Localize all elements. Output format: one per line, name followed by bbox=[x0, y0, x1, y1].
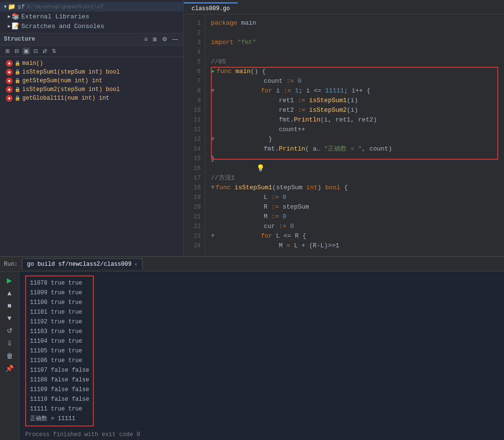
code-line-1: package main bbox=[211, 18, 498, 28]
run-scroll-to-end-btn[interactable]: ⇩ bbox=[6, 338, 14, 348]
scratch-icon: 📝 bbox=[12, 22, 19, 30]
func-label-isStepSum1: isStepSum1(stepSum int) bool bbox=[22, 69, 120, 76]
ln-21: 21 bbox=[184, 212, 201, 222]
output-line-1: 11099 true true bbox=[30, 288, 89, 298]
structure-toolbar: ≡ ≣ ⚙ — bbox=[143, 35, 179, 43]
run-pin-btn[interactable]: 📌 bbox=[4, 364, 15, 373]
tree-label-scratches: Scratches and Consoles bbox=[21, 23, 104, 30]
structure-title: Structure bbox=[4, 36, 35, 43]
struct-item-isStepSum1[interactable]: ● 🔒 isStepSum1(stepSum int) bool bbox=[0, 68, 183, 76]
struct-item-getGlobal111[interactable]: ● 🔒 getGlobal111(num int) int bbox=[0, 94, 183, 103]
ln-2: 2 bbox=[184, 28, 201, 38]
output-line-11: 11109 false false bbox=[30, 385, 89, 394]
ln-23: 23 bbox=[184, 231, 201, 241]
run-panel: ▶ ▲ ■ ▼ ↺ ⇩ 🗑 📌 11078 true true 11099 tr… bbox=[0, 272, 504, 440]
tree-label-sf: sf bbox=[17, 3, 25, 11]
ln-16: 16 bbox=[184, 164, 201, 173]
struct-item-isStepSum2[interactable]: ● 🔒 isStepSum2(stepSum int) bool bbox=[0, 85, 183, 94]
run-tab-close-icon[interactable]: ✕ bbox=[134, 261, 137, 267]
error-icon-main: ● bbox=[6, 60, 13, 67]
run-rerun-btn[interactable]: ↺ bbox=[6, 326, 14, 335]
arrow-right-icon: ▶ bbox=[8, 14, 11, 19]
output-line-13: 11111 true true bbox=[30, 404, 89, 414]
run-tabs: Run: go build sf/newclass2/class009 ✕ bbox=[0, 257, 504, 272]
run-down-btn[interactable]: ▼ bbox=[5, 313, 14, 323]
tree-item-scratches[interactable]: ▶ 📝 Scratches and Consoles bbox=[0, 21, 183, 31]
run-sidebar: ▶ ▲ ■ ▼ ↺ ⇩ 🗑 📌 bbox=[0, 272, 19, 440]
code-line-4 bbox=[211, 47, 498, 57]
structure-sort-type-btn[interactable]: ≣ bbox=[151, 35, 159, 43]
editor-area: class009.go 1 2 3 4 5 6 7 8 9 10 11 12 1… bbox=[184, 0, 504, 256]
lock-icon-isStepSum2: 🔒 bbox=[15, 87, 20, 92]
tree-label-external-lib: External Libraries bbox=[21, 13, 89, 20]
struct-expand-btn[interactable]: ⊞ bbox=[4, 47, 11, 55]
run-label: Run: bbox=[4, 261, 18, 268]
func-label-getStepSum: getStepSum(num int) int bbox=[22, 77, 103, 84]
func-label-getGlobal111: getGlobal111(num int) int bbox=[22, 95, 109, 102]
tree-item-external-libs[interactable]: ▶ 📚 External Libraries bbox=[0, 12, 183, 21]
struct-filter-btn[interactable]: ▣ bbox=[22, 47, 30, 55]
output-line-3: 11101 true true bbox=[30, 307, 89, 317]
structure-header: Structure ≡ ≣ ⚙ — bbox=[0, 33, 183, 46]
run-stop-btn[interactable]: ■ bbox=[6, 301, 12, 310]
lock-icon-isStepSum1: 🔒 bbox=[15, 69, 20, 75]
ln-4: 4 bbox=[184, 47, 201, 57]
process-finish-line: Process finished with exit code 0 bbox=[25, 430, 498, 440]
output-line-10: 11108 false false bbox=[30, 375, 89, 385]
struct-item-getStepSum[interactable]: ● 🔒 getStepSum(num int) int bbox=[0, 76, 183, 85]
structure-panel: Structure ≡ ≣ ⚙ — ⊞ ⊟ ▣ ⊡ ⇄ ⇅ ● 🔒 bbox=[0, 33, 183, 256]
output-line-12: 11110 false false bbox=[30, 394, 89, 404]
struct-scroll-btn[interactable]: ⇅ bbox=[50, 47, 58, 55]
structure-close-btn[interactable]: — bbox=[171, 35, 179, 43]
code-line-5: //05 bbox=[211, 57, 498, 67]
ln-20: 20 bbox=[184, 202, 201, 212]
ln-15: 15 bbox=[184, 154, 201, 164]
error-icon-isStepSum1: ● bbox=[6, 69, 13, 76]
structure-sort-alpha-btn[interactable]: ≡ bbox=[143, 35, 149, 43]
code-string-fmt: "fmt" bbox=[237, 38, 256, 47]
code-editor[interactable]: package main import "fmt" //05 ▶ func ma… bbox=[205, 15, 504, 256]
output-line-7: 11105 true true bbox=[30, 346, 89, 356]
output-line-5: 11103 true true bbox=[30, 327, 89, 336]
editor-tab-class009[interactable]: class009.go bbox=[184, 2, 238, 14]
error-icon-getGlobal111: ● bbox=[6, 95, 13, 102]
func-label-main: main() bbox=[22, 60, 43, 67]
lock-icon-getStepSum: 🔒 bbox=[15, 78, 20, 84]
ln-17: 17 bbox=[184, 173, 201, 183]
struct-locate-btn[interactable]: ⊡ bbox=[32, 47, 39, 55]
run-up-btn[interactable]: ▲ bbox=[5, 288, 14, 298]
code-line-17: //方法1 bbox=[211, 173, 498, 183]
ln-5: 5 bbox=[184, 57, 201, 67]
tree-item-sf[interactable]: ▼ 📁 sf D:\mysetup\gopath\src\sf bbox=[0, 2, 183, 12]
code-line-3: import "fmt" bbox=[211, 38, 498, 47]
ln-18: 18 bbox=[184, 183, 201, 193]
structure-content: ● 🔒 main() ● 🔒 isStepSum1(stepSum int) b… bbox=[0, 57, 183, 256]
struct-item-main[interactable]: ● 🔒 main() bbox=[0, 59, 183, 68]
structure-toolbar2: ⊞ ⊟ ▣ ⊡ ⇄ ⇅ bbox=[0, 46, 183, 57]
struct-sync-btn[interactable]: ⇄ bbox=[41, 47, 48, 55]
run-tab-class009[interactable]: go build sf/newclass2/class009 ✕ bbox=[22, 258, 143, 270]
run-clear-btn[interactable]: 🗑 bbox=[5, 351, 14, 361]
folder-icon: 📁 bbox=[8, 3, 15, 11]
run-output: 11078 true true 11099 true true 11100 tr… bbox=[19, 272, 504, 440]
structure-settings-btn[interactable]: ⚙ bbox=[161, 35, 169, 43]
output-line-0: 11078 true true bbox=[30, 278, 89, 288]
code-line-16: 💡 bbox=[211, 164, 498, 173]
struct-collapse-btn[interactable]: ⊟ bbox=[13, 47, 20, 55]
run-play-btn[interactable]: ▶ bbox=[6, 275, 13, 285]
editor-content[interactable]: 1 2 3 4 5 6 7 8 9 10 11 12 13 14 15 16 1… bbox=[184, 15, 504, 256]
ln-19: 19 bbox=[184, 193, 201, 202]
ln-1: 1 bbox=[184, 18, 201, 28]
line-numbers: 1 2 3 4 5 6 7 8 9 10 11 12 13 14 15 16 1… bbox=[184, 15, 205, 256]
bulb-icon: 💡 bbox=[256, 164, 265, 173]
bottom-panel: Run: go build sf/newclass2/class009 ✕ ▶ … bbox=[0, 256, 504, 440]
code-comment-method1: //方法1 bbox=[211, 173, 235, 183]
ln-12: 12 bbox=[184, 125, 201, 135]
file-tree: ▼ 📁 sf D:\mysetup\gopath\src\sf ▶ 📚 Exte… bbox=[0, 0, 183, 33]
output-line-8: 11106 true true bbox=[30, 356, 89, 365]
ln-13: 13 bbox=[184, 135, 201, 144]
ln-7: 7 bbox=[184, 76, 201, 86]
editor-tabs: class009.go bbox=[184, 0, 504, 15]
code-keyword-import: import bbox=[211, 38, 234, 47]
output-line-2: 11100 true true bbox=[30, 298, 89, 307]
